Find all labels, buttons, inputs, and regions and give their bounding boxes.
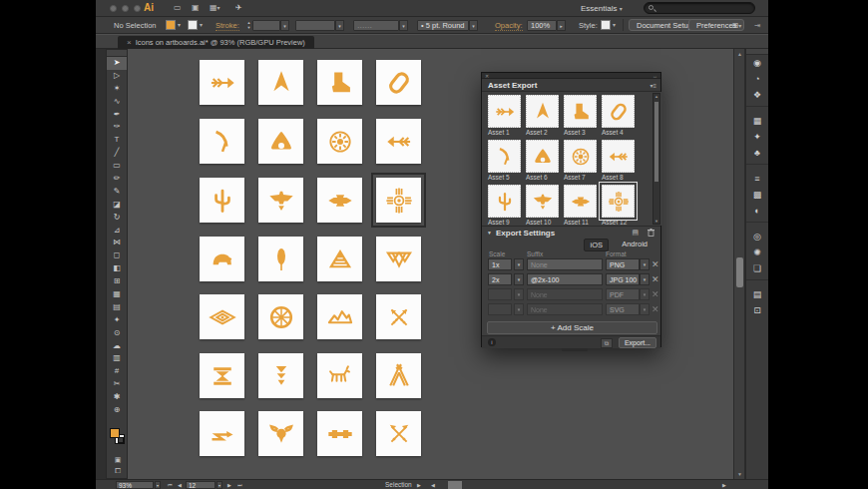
fill-swatch[interactable]	[166, 20, 176, 30]
brushes-panel-icon[interactable]: ✦	[746, 129, 768, 145]
asset-item[interactable]: Asset 6	[526, 140, 559, 181]
prev-artboard-button[interactable]: ◀	[178, 481, 183, 489]
graphic-styles-panel-icon[interactable]: ✺	[746, 244, 768, 260]
zoom-tool[interactable]: ⊕	[107, 404, 127, 417]
format-dropdown[interactable]: SVG	[606, 303, 640, 315]
artboard-25[interactable]	[200, 411, 244, 456]
screen-mode-icon[interactable]: ⧠	[115, 467, 121, 474]
links-panel-icon[interactable]: ❏	[746, 260, 768, 276]
type-tool[interactable]: T	[107, 134, 127, 147]
next-artboard-button[interactable]: ▶	[227, 481, 232, 489]
artboard-21[interactable]	[200, 353, 244, 398]
artboard-14[interactable]	[258, 237, 303, 281]
scale-field[interactable]: 1x	[488, 258, 512, 270]
magic-wand-tool[interactable]: ✶	[107, 83, 127, 96]
asset-thumbnail[interactable]	[602, 95, 635, 128]
direct-selection-tool[interactable]: ▷	[107, 70, 127, 83]
align-options-icon[interactable]: ⊞▾	[732, 21, 741, 30]
artboard-23[interactable]	[317, 353, 362, 398]
asset-scroll-up-icon[interactable]: ▲	[653, 94, 659, 99]
export-button[interactable]: Export...	[619, 337, 656, 348]
scroll-up-icon[interactable]: ▲	[734, 51, 745, 57]
artboard-20[interactable]	[376, 294, 421, 339]
minimize-window-button[interactable]	[122, 5, 129, 12]
eraser-tool[interactable]: ◪	[107, 199, 127, 212]
style-swatch[interactable]	[601, 20, 611, 30]
delete-scale-icon[interactable]	[648, 229, 654, 238]
document-tab[interactable]: ×Icons on artboards.ai* @ 93% (RGB/GPU P…	[118, 36, 314, 49]
selection-tool[interactable]: ➤	[107, 57, 127, 70]
hscroll-right-icon[interactable]: ▶	[722, 481, 727, 489]
artboard-12[interactable]	[376, 178, 421, 223]
vertical-scroll-thumb[interactable]	[736, 257, 743, 287]
shape-builder-tool[interactable]: ◧	[107, 262, 127, 275]
asset-export-panel-icon[interactable]: ⊡	[746, 302, 768, 318]
artboard-16[interactable]	[376, 237, 421, 281]
artboard-19[interactable]	[317, 294, 362, 339]
panel-resize-handle[interactable]	[562, 348, 588, 351]
maximize-window-button[interactable]	[134, 5, 141, 12]
brush-definition-dropdown[interactable]: ‥‥‥▾	[353, 20, 408, 31]
transparency-panel-icon[interactable]: ◐	[746, 203, 768, 219]
slice-tool[interactable]: ✂	[107, 378, 127, 391]
scale-field[interactable]: 2x	[488, 273, 512, 285]
rotate-tool[interactable]: ↻	[107, 212, 127, 225]
format-dropdown[interactable]: JPG 100	[606, 273, 640, 285]
mesh-tool[interactable]: ▦	[107, 288, 127, 301]
artboard-4[interactable]	[376, 60, 421, 105]
asset-thumbnail[interactable]	[564, 185, 597, 218]
asset-thumbnail[interactable]	[526, 95, 559, 128]
artboard-8[interactable]	[376, 119, 421, 164]
save-icon[interactable]: ▣	[192, 3, 200, 12]
opacity-dropdown[interactable]: 100%▸	[527, 20, 566, 31]
blend-tool[interactable]: ⊙	[107, 327, 127, 340]
add-scale-button[interactable]: + Add Scale	[487, 321, 657, 334]
line-segment-tool[interactable]: ╱	[107, 147, 127, 160]
info-icon[interactable]: i	[488, 338, 496, 346]
collapse-control-bar-icon[interactable]: ⇥	[754, 21, 760, 30]
stroke-weight-stepper[interactable]: ▲▼▾	[245, 20, 289, 33]
artboard-2[interactable]	[258, 60, 303, 105]
artboards-grid-panel-icon[interactable]: ▦	[746, 113, 768, 129]
asset-thumbnail[interactable]	[488, 95, 521, 128]
artboard-5[interactable]	[200, 119, 244, 164]
pencil-tool[interactable]: ✎	[107, 186, 127, 199]
asset-scroll-thumb[interactable]	[654, 102, 658, 182]
artboard-11[interactable]	[317, 178, 362, 223]
gradient-panel-icon[interactable]: ▩	[746, 187, 768, 203]
stroke-style-dropdown[interactable]: • 5 pt. Round▾	[417, 20, 478, 31]
asset-item[interactable]: Asset 4	[602, 95, 635, 136]
stroke-swatch[interactable]	[188, 20, 198, 30]
scroll-down-icon[interactable]: ▼	[734, 471, 745, 477]
status-expand-icon[interactable]: ▶	[417, 481, 422, 489]
stroke-link[interactable]: Stroke:	[216, 21, 239, 31]
artboard-6[interactable]	[258, 119, 303, 164]
suffix-input[interactable]	[527, 273, 603, 285]
hscroll-left-icon[interactable]: ◀	[431, 481, 436, 489]
first-artboard-button[interactable]: ⏮	[168, 481, 174, 489]
export-dialog-icon[interactable]: ⧉	[601, 338, 613, 348]
artboard-9[interactable]	[200, 178, 244, 223]
column-graph-tool[interactable]: ▥	[107, 352, 127, 365]
width-profile-dropdown[interactable]: ▾	[295, 20, 344, 33]
asset-thumbnail[interactable]	[602, 140, 635, 173]
asset-item[interactable]: Asset 7	[564, 140, 597, 181]
asset-thumbnail[interactable]	[564, 95, 597, 128]
asset-item[interactable]: Asset 5	[488, 140, 521, 181]
toolbar-grip[interactable]	[107, 50, 127, 57]
asset-thumbnail[interactable]	[602, 185, 635, 218]
asset-thumbnail[interactable]	[526, 185, 559, 218]
artboard-1[interactable]	[200, 60, 244, 105]
asset-thumbnail[interactable]	[564, 140, 597, 173]
format-dropdown-icon[interactable]: ▾	[640, 288, 650, 300]
artboard-dropdown-icon[interactable]: ▾	[217, 481, 222, 489]
perspective-grid-tool[interactable]: ⊞	[107, 275, 127, 288]
asset-item[interactable]: Asset 1	[488, 95, 521, 136]
scale-tool[interactable]: ⊿	[107, 225, 127, 238]
symbols-panel-icon[interactable]: ♣	[746, 145, 768, 161]
format-dropdown-icon[interactable]: ▾	[640, 273, 650, 285]
artboard-17[interactable]	[200, 294, 244, 339]
asset-thumbnail[interactable]	[488, 185, 521, 218]
zoom-level-field[interactable]: 93%	[116, 481, 154, 489]
remove-scale-icon[interactable]: ✕	[651, 304, 659, 315]
